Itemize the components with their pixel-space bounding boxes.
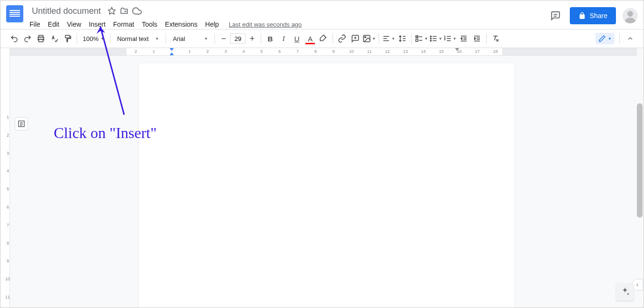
editing-mode-button[interactable]: ▼ [595, 33, 615, 44]
font-select[interactable]: Arial▼ [169, 35, 212, 42]
menu-help[interactable]: Help [202, 19, 222, 30]
document-page[interactable] [139, 63, 515, 308]
chevron-down-icon: ▼ [155, 37, 159, 41]
add-comment-button[interactable] [349, 32, 361, 45]
horizontal-ruler[interactable]: 21123456789101112131415161718 [10, 48, 637, 56]
underline-button[interactable]: U [291, 32, 303, 45]
menu-tools[interactable]: Tools [138, 19, 161, 30]
hide-menus-button[interactable] [624, 33, 636, 44]
separator [215, 33, 215, 44]
account-avatar[interactable] [623, 8, 638, 23]
svg-point-9 [365, 37, 366, 38]
svg-rect-18 [416, 40, 418, 42]
menu-edit[interactable]: Edit [45, 19, 63, 30]
italic-button[interactable]: I [277, 32, 290, 45]
menu-view[interactable]: View [64, 19, 85, 30]
share-button-label: Share [590, 12, 607, 20]
comment-history-button[interactable] [548, 8, 563, 23]
separator [486, 33, 487, 44]
menu-file[interactable]: File [26, 19, 44, 30]
font-size-input[interactable] [230, 33, 245, 44]
text-color-button[interactable]: A [304, 32, 316, 45]
share-button[interactable]: Share [570, 7, 616, 24]
move-icon[interactable] [120, 7, 128, 15]
align-button[interactable]: ▼ [382, 32, 395, 45]
separator [411, 33, 412, 44]
explore-button[interactable] [616, 283, 634, 301]
svg-text:2: 2 [444, 38, 446, 40]
menubar: File Edit View Insert Format Tools Exten… [26, 19, 548, 30]
header-right: Share [548, 7, 638, 24]
docs-logo-icon[interactable] [6, 5, 23, 22]
separator [110, 33, 110, 44]
pencil-icon [598, 35, 606, 42]
line-spacing-button[interactable] [396, 32, 409, 45]
chevron-down-icon: ▼ [372, 37, 376, 41]
header: Untitled document File Edit View Insert … [0, 0, 644, 29]
decrease-indent-button[interactable] [458, 32, 470, 45]
chevron-down-icon: ▼ [608, 37, 612, 41]
insert-link-button[interactable] [336, 32, 348, 45]
highlight-color-button[interactable] [317, 32, 330, 45]
decrease-font-size-button[interactable]: − [218, 33, 229, 44]
last-edit-link[interactable]: Last edit was seconds ago [229, 21, 302, 28]
star-icon[interactable] [107, 7, 116, 15]
paragraph-style-select[interactable]: Normal text▼ [113, 35, 163, 42]
separator [77, 33, 77, 44]
checklist-button[interactable]: ▼ [415, 32, 428, 45]
svg-point-20 [430, 36, 431, 37]
font-size-control: − + [218, 33, 258, 44]
chevron-down-icon: ▼ [391, 37, 395, 41]
separator [619, 33, 620, 44]
title-row: Untitled document [29, 4, 548, 18]
chevron-down-icon: ▼ [424, 37, 428, 41]
insert-image-button[interactable]: ▼ [362, 32, 376, 45]
redo-button[interactable] [21, 32, 34, 45]
paint-format-button[interactable] [61, 32, 74, 45]
workspace: 1234567891011 [0, 48, 644, 308]
separator [332, 33, 333, 44]
zoom-select[interactable]: 100%▼ [80, 35, 107, 42]
undo-button[interactable] [8, 32, 20, 45]
separator [166, 33, 166, 44]
svg-point-3 [627, 11, 633, 17]
chevron-down-icon: ▼ [204, 37, 208, 41]
chevron-down-icon: ▼ [453, 37, 457, 41]
svg-point-21 [430, 38, 431, 39]
bulleted-list-button[interactable]: ▼ [429, 32, 442, 45]
chevron-down-icon: ▼ [439, 37, 442, 41]
vertical-scrollbar[interactable] [637, 103, 643, 218]
svg-point-22 [430, 40, 431, 41]
separator [261, 33, 261, 44]
clear-formatting-button[interactable] [489, 32, 502, 45]
canvas-area[interactable] [10, 48, 644, 308]
bold-button[interactable]: B [264, 32, 276, 45]
numbered-list-button[interactable]: 12▼ [443, 32, 457, 45]
increase-indent-button[interactable] [471, 32, 483, 45]
separator [379, 33, 379, 44]
document-title[interactable]: Untitled document [29, 5, 104, 17]
increase-font-size-button[interactable]: + [246, 33, 258, 44]
print-button[interactable] [35, 32, 47, 45]
svg-marker-0 [108, 8, 116, 14]
menu-extensions[interactable]: Extensions [162, 19, 201, 30]
cloud-status-icon[interactable] [132, 6, 142, 16]
vertical-ruler[interactable]: 1234567891011 [0, 48, 10, 308]
toolbar: 100%▼ Normal text▼ Arial▼ − + B I U A ▼ … [0, 29, 644, 48]
menu-insert[interactable]: Insert [86, 19, 109, 30]
title-area: Untitled document File Edit View Insert … [29, 4, 548, 30]
spellcheck-button[interactable] [48, 32, 60, 45]
menu-format[interactable]: Format [110, 19, 137, 30]
lock-icon [578, 12, 586, 20]
chevron-down-icon: ▼ [100, 37, 104, 41]
svg-rect-5 [39, 40, 43, 42]
